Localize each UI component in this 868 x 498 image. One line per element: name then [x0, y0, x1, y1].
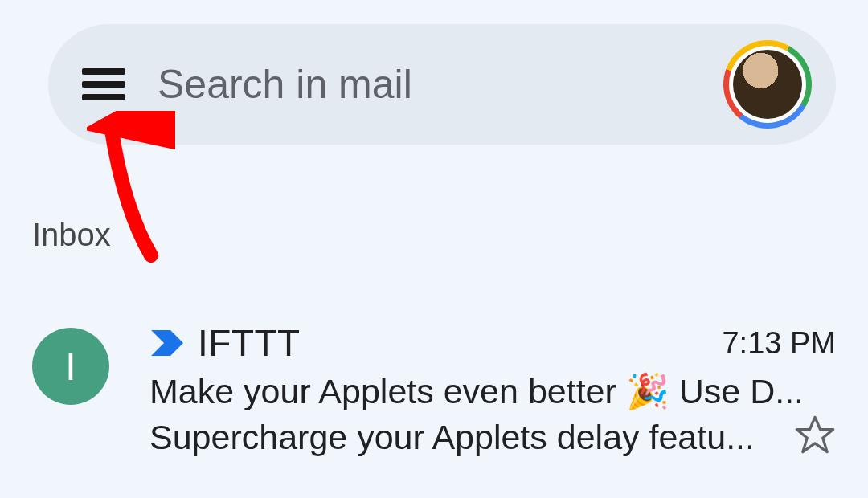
mail-content: IFTTT 7:13 PM Make your Applets even bet… — [149, 321, 836, 457]
sender-initial: I — [65, 345, 76, 389]
mail-item[interactable]: I IFTTT 7:13 PM Make your Applets even b… — [32, 321, 836, 457]
avatar-photo — [733, 50, 802, 119]
hamburger-menu-icon[interactable] — [82, 68, 125, 100]
section-label: Inbox — [32, 217, 111, 253]
importance-marker-icon[interactable] — [149, 327, 185, 359]
mail-subject: Make your Applets even better 🎉 Use D... — [149, 371, 836, 411]
mail-time: 7:13 PM — [722, 326, 836, 361]
mail-snippet: Supercharge your Applets delay featu... — [149, 418, 778, 457]
search-bar[interactable]: Search in mail — [48, 24, 836, 145]
sender-avatar[interactable]: I — [32, 328, 109, 405]
sender-name: IFTTT — [198, 321, 301, 365]
account-avatar[interactable] — [723, 40, 812, 129]
star-icon[interactable] — [794, 414, 836, 455]
mail-header: IFTTT 7:13 PM — [149, 321, 836, 365]
search-placeholder[interactable]: Search in mail — [158, 61, 723, 108]
